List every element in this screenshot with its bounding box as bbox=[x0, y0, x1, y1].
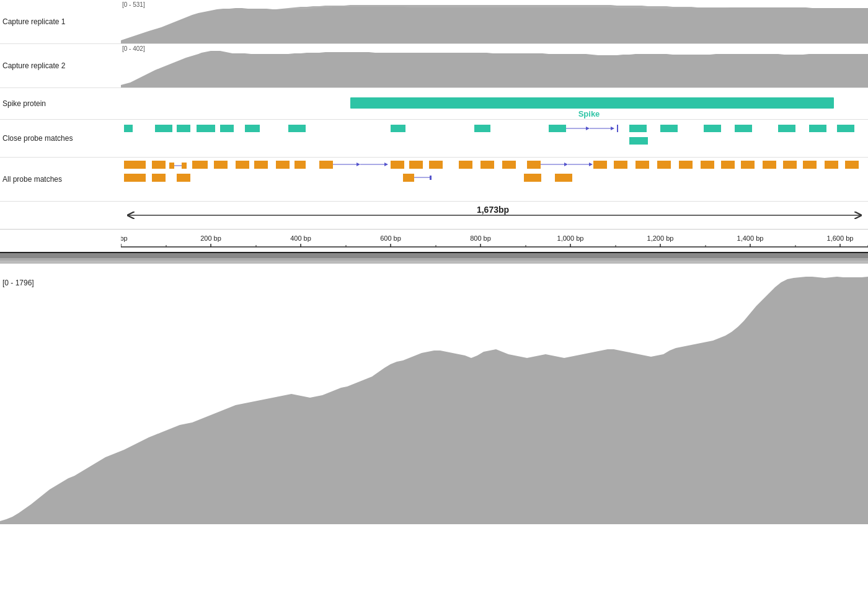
axis-track: 0 bp 200 bp 400 bp 600 bp 800 bp bbox=[0, 230, 868, 253]
svg-rect-27 bbox=[169, 163, 174, 169]
svg-rect-66 bbox=[152, 174, 166, 182]
all-probe-content bbox=[121, 158, 868, 201]
svg-rect-20 bbox=[735, 125, 752, 132]
svg-rect-58 bbox=[721, 161, 735, 169]
svg-rect-46 bbox=[502, 161, 516, 169]
svg-text:1,200 bp: 1,200 bp bbox=[647, 234, 674, 242]
svg-rect-35 bbox=[294, 161, 306, 169]
axis-content: 0 bp 200 bp 400 bp 600 bp 800 bp bbox=[121, 228, 868, 252]
capture-replicate-1-label: Capture replicate 1 bbox=[0, 0, 121, 43]
svg-rect-71 bbox=[524, 174, 541, 182]
svg-rect-56 bbox=[679, 161, 693, 169]
svg-rect-6 bbox=[220, 125, 234, 132]
svg-rect-7 bbox=[245, 125, 260, 132]
capture-replicate-2-range: [0 - 402] bbox=[122, 45, 145, 52]
svg-text:Spike: Spike bbox=[578, 109, 600, 118]
divider-light bbox=[0, 261, 868, 264]
svg-rect-18 bbox=[660, 125, 678, 132]
svg-marker-15 bbox=[611, 127, 614, 130]
svg-rect-36 bbox=[319, 161, 333, 169]
svg-rect-67 bbox=[177, 174, 190, 182]
capture-replicate-1-range: [0 - 531] bbox=[122, 1, 145, 8]
svg-rect-68 bbox=[403, 174, 414, 182]
spike-protein-svg: Spike bbox=[121, 88, 868, 119]
close-probe-label: Close probe matches bbox=[0, 120, 121, 157]
close-probe-content bbox=[121, 120, 868, 157]
svg-rect-60 bbox=[763, 161, 776, 169]
svg-rect-47 bbox=[527, 161, 541, 169]
capture-replicate-2-content: [0 - 402] bbox=[121, 44, 868, 87]
svg-text:600 bp: 600 bp bbox=[380, 234, 401, 242]
spike-protein-content: Spike bbox=[121, 88, 868, 119]
scale-svg: 1,673bp bbox=[121, 202, 868, 230]
svg-rect-0 bbox=[350, 97, 834, 109]
svg-rect-57 bbox=[701, 161, 714, 169]
svg-rect-19 bbox=[704, 125, 721, 132]
svg-text:200 bp: 200 bp bbox=[200, 234, 221, 242]
svg-rect-11 bbox=[549, 125, 566, 132]
svg-rect-64 bbox=[845, 161, 859, 169]
svg-marker-13 bbox=[586, 127, 590, 130]
all-probe-label: All probe matches bbox=[0, 158, 121, 201]
svg-text:0 bp: 0 bp bbox=[121, 234, 128, 242]
axis-svg: 0 bp 200 bp 400 bp 600 bp 800 bp bbox=[121, 228, 868, 252]
svg-rect-62 bbox=[803, 161, 817, 169]
svg-rect-24 bbox=[629, 137, 648, 145]
svg-rect-31 bbox=[214, 161, 228, 169]
svg-rect-3 bbox=[155, 125, 172, 132]
svg-rect-44 bbox=[459, 161, 472, 169]
svg-rect-45 bbox=[480, 161, 494, 169]
svg-rect-2 bbox=[124, 125, 133, 132]
scale-track: 1,673bp bbox=[0, 202, 868, 230]
all-probe-svg bbox=[121, 158, 868, 201]
svg-marker-40 bbox=[384, 163, 388, 166]
capture-replicate-1-svg bbox=[121, 0, 868, 43]
svg-rect-26 bbox=[152, 161, 166, 169]
bottom-coverage-svg bbox=[0, 276, 868, 537]
spike-protein-track: Spike protein Spike bbox=[0, 88, 868, 120]
svg-rect-5 bbox=[197, 125, 215, 132]
capture-replicate-2-label: Capture replicate 2 bbox=[0, 44, 121, 87]
close-probe-svg bbox=[121, 120, 868, 157]
svg-rect-34 bbox=[276, 161, 290, 169]
svg-rect-65 bbox=[124, 174, 146, 182]
svg-rect-9 bbox=[391, 125, 405, 132]
svg-rect-63 bbox=[825, 161, 838, 169]
svg-rect-16 bbox=[617, 125, 618, 132]
svg-rect-43 bbox=[429, 161, 443, 169]
capture-replicate-2-svg bbox=[121, 44, 868, 87]
svg-text:1,400 bp: 1,400 bp bbox=[737, 234, 764, 242]
divider-dark bbox=[0, 253, 868, 258]
capture-replicate-1-content: [0 - 531] bbox=[121, 0, 868, 43]
svg-rect-4 bbox=[177, 125, 190, 132]
svg-rect-52 bbox=[593, 161, 607, 169]
capture-replicate-1-track: Capture replicate 1 [0 - 531] bbox=[0, 0, 868, 44]
svg-rect-25 bbox=[124, 161, 146, 169]
svg-text:1,673bp: 1,673bp bbox=[477, 205, 509, 215]
svg-rect-70 bbox=[430, 176, 432, 180]
svg-rect-29 bbox=[182, 163, 187, 169]
svg-rect-17 bbox=[629, 125, 647, 132]
svg-rect-32 bbox=[236, 161, 249, 169]
svg-rect-33 bbox=[254, 161, 268, 169]
close-probe-track: Close probe matches bbox=[0, 120, 868, 158]
svg-marker-49 bbox=[564, 163, 568, 166]
svg-marker-51 bbox=[589, 163, 593, 166]
genome-viewer: Capture replicate 1 [0 - 531] Capture re… bbox=[0, 0, 868, 537]
scale-content: 1,673bp bbox=[121, 202, 868, 230]
capture-replicate-2-track: Capture replicate 2 [0 - 402] bbox=[0, 44, 868, 88]
svg-rect-55 bbox=[657, 161, 671, 169]
svg-marker-38 bbox=[356, 163, 360, 166]
svg-rect-8 bbox=[288, 125, 306, 132]
svg-rect-54 bbox=[636, 161, 649, 169]
bottom-coverage-track: [0 - 1796] bbox=[0, 276, 868, 537]
spike-protein-label: Spike protein bbox=[0, 88, 121, 119]
all-probe-track: All probe matches bbox=[0, 158, 868, 202]
bottom-range-label: [0 - 1796] bbox=[2, 279, 34, 287]
svg-rect-53 bbox=[614, 161, 627, 169]
svg-rect-61 bbox=[783, 161, 797, 169]
svg-rect-23 bbox=[837, 125, 854, 132]
svg-text:1,000 bp: 1,000 bp bbox=[557, 234, 584, 242]
svg-rect-30 bbox=[192, 161, 208, 169]
svg-rect-41 bbox=[391, 161, 404, 169]
